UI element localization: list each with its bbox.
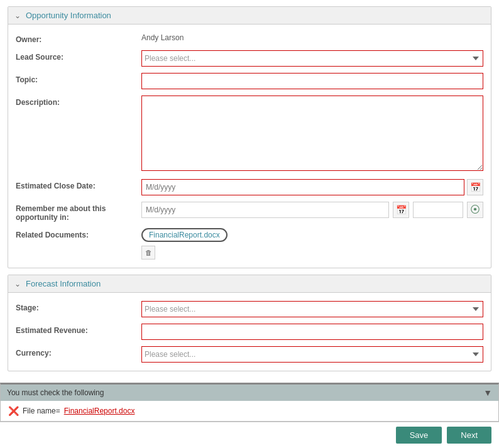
remember-row-inner: 📅 ⦿ [141,202,483,218]
forecast-section-title: Forecast Information [26,279,101,288]
lead-source-label: Lead Source: [16,50,141,62]
description-row: Description: [8,92,491,176]
forecast-section-header: ⌄ Forecast Information [8,275,491,293]
opportunity-section-header: ⌄ Opportunity Information [8,7,491,25]
lead-source-row: Lead Source: Please select... [8,47,491,70]
revenue-label: Estimated Revenue: [16,324,141,335]
stage-field: Please select... [141,301,483,317]
opportunity-chevron[interactable]: ⌄ [14,11,21,20]
description-label: Description: [16,96,141,107]
close-date-input[interactable] [141,179,464,195]
next-button[interactable]: Next [447,427,491,444]
close-date-field: 📅 [141,179,483,195]
revenue-field [141,324,483,340]
save-button[interactable]: Save [396,427,442,444]
opportunity-section: ⌄ Opportunity Information Owner: Andy La… [8,6,491,268]
error-popup-content: ❌ File name=FinancialReport.docx [1,401,498,421]
close-date-calendar-icon[interactable]: 📅 [467,179,483,195]
revenue-input[interactable] [141,324,483,340]
doc-name: FinancialReport.docx [149,231,220,239]
error-link[interactable]: FinancialReport.docx [64,407,135,415]
topic-row: Topic: [8,70,491,92]
form-body: ⌄ Opportunity Information Owner: Andy La… [0,0,499,448]
error-popup-header: You must check the following ▼ [1,385,498,401]
description-field [141,96,483,173]
remember-text-input[interactable] [413,202,463,218]
diamond-icon[interactable]: ⦿ [467,202,483,218]
remember-label: Remember me about this opportunity in: [16,202,141,222]
related-docs-label: Related Documents: [16,228,141,239]
forecast-section: ⌄ Forecast Information Stage: Please sel… [8,275,491,371]
error-popup: You must check the following ▼ ❌ File na… [0,383,499,422]
error-popup-title: You must check the following [7,388,104,397]
doc-pill[interactable]: FinancialReport.docx [141,228,228,242]
forecast-chevron[interactable]: ⌄ [14,280,21,288]
owner-value: Andy Larson [141,31,184,42]
error-x-icon: ❌ [8,406,19,416]
currency-field: Please select... [141,346,483,363]
currency-label: Currency: [16,346,141,358]
topic-field [141,73,483,89]
remember-row: Remember me about this opportunity in: 📅… [8,199,491,225]
opportunity-section-content: Owner: Andy Larson Lead Source: Please s… [8,25,491,268]
close-date-row-inner: 📅 [141,179,483,195]
topic-label: Topic: [16,73,141,84]
remember-calendar-icon[interactable]: 📅 [393,202,409,218]
currency-row: Currency: Please select... [8,343,491,366]
revenue-row: Estimated Revenue: [8,320,491,343]
stage-select[interactable]: Please select... [141,301,483,317]
doc-delete-button[interactable]: 🗑 [141,246,155,260]
related-docs-field: FinancialReport.docx 🗑 [141,228,483,260]
owner-row: Owner: Andy Larson [8,30,491,47]
lead-source-field: Please select... [141,50,483,67]
remember-date-input[interactable] [141,202,389,218]
close-date-row: Estimated Close Date: 📅 [8,176,491,199]
forecast-section-content: Stage: Please select... Estimated Revenu… [8,293,491,371]
related-docs-row: Related Documents: FinancialReport.docx … [8,225,491,263]
remember-field: 📅 ⦿ [141,202,483,218]
owner-field: Andy Larson [141,33,483,42]
stage-label: Stage: [16,301,141,312]
stage-row: Stage: Please select... [8,298,491,320]
error-popup-close-button[interactable]: ▼ [483,388,492,398]
owner-label: Owner: [16,33,141,44]
currency-select[interactable]: Please select... [141,346,483,363]
lead-source-select[interactable]: Please select... [141,50,483,67]
error-text-prefix: File name= [23,407,60,415]
close-date-label: Estimated Close Date: [16,179,141,190]
main-container: ⌄ Opportunity Information Owner: Andy La… [0,0,499,448]
description-textarea[interactable] [141,96,483,171]
footer: Save Next [0,422,499,448]
topic-input[interactable] [141,73,483,89]
opportunity-section-title: Opportunity Information [26,11,111,20]
error-item: ❌ File name=FinancialReport.docx [8,406,491,416]
